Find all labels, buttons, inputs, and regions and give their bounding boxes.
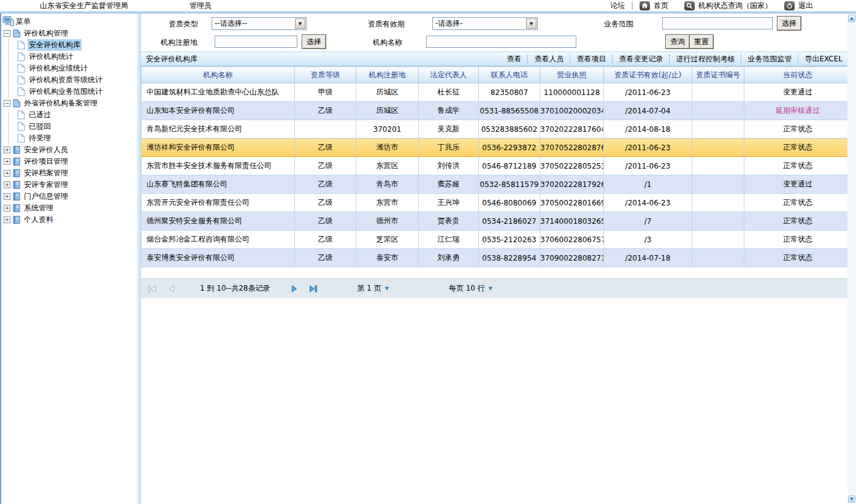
table-cell: 青岛市 xyxy=(356,175,419,194)
table-row[interactable]: 泰安博奥安全评价有限公司乙级泰安市刘承勇0538-822895437090022… xyxy=(142,249,852,267)
tree-node[interactable]: +安评专家管理 xyxy=(2,179,136,191)
toolbar-button[interactable]: 导出EXCEL xyxy=(798,54,849,64)
power-icon[interactable] xyxy=(784,1,795,10)
first-page-icon[interactable] xyxy=(146,285,158,292)
tree-node[interactable]: +安全评价人员 xyxy=(2,144,136,156)
tree-leaf-label[interactable]: 评价机构业务范围统计 xyxy=(28,86,104,97)
tree-leaf-label[interactable]: 已驳回 xyxy=(28,121,52,132)
search-icon[interactable] xyxy=(684,1,695,10)
forum-link[interactable]: 论坛 xyxy=(610,1,625,11)
page-size-select[interactable]: 每页 10 行 ▼ xyxy=(449,283,492,294)
tree-leaf[interactable]: 评价机构业务范围统计 xyxy=(17,86,136,97)
tree-node-label[interactable]: 门户信息管理 xyxy=(23,191,69,202)
org-name-input[interactable] xyxy=(426,36,576,48)
toolbar-button[interactable]: 查看人员 xyxy=(527,54,570,64)
table-row[interactable]: 烟台金邦冶金工程咨询有限公司乙级芝罘区江仁瑞0535-2120263370600… xyxy=(142,231,852,249)
qual-validity-select[interactable]: -请选择- ▼ xyxy=(432,17,538,30)
tree-node[interactable]: +系统管理 xyxy=(2,202,136,214)
table-row[interactable]: 青岛新纪元安全技术有限公司370201吴克新053283885602370202… xyxy=(142,120,852,139)
tree-node[interactable]: +个人资料 xyxy=(2,214,136,226)
column-header[interactable]: 当前状态 xyxy=(744,67,852,83)
tree-node-label[interactable]: 评价项目管理 xyxy=(23,156,69,167)
table-row[interactable]: 山东知本安全评价有限公司乙级历城区鲁成学0531-885655083701002… xyxy=(142,102,852,120)
tree-expander-icon[interactable]: + xyxy=(4,193,10,200)
toolbar-button[interactable]: 查看 xyxy=(500,54,527,64)
tree-expander-icon[interactable]: + xyxy=(4,147,10,153)
chevron-down-icon[interactable]: ▼ xyxy=(526,18,537,29)
tree-leaf-label[interactable]: 评价机构统计 xyxy=(28,51,74,63)
tree-node[interactable]: −外省评价机构备案管理 xyxy=(2,97,136,109)
toolbar-button[interactable]: 查看项目 xyxy=(570,54,612,64)
chevron-down-icon[interactable]: ▼ xyxy=(295,18,305,29)
tree-node[interactable]: +安评档案管理 xyxy=(2,167,136,179)
column-header[interactable]: 机构注册地 xyxy=(356,67,419,83)
tree-leaf-label[interactable]: 评价机构资质等级统计 xyxy=(28,74,104,86)
toolbar-button[interactable]: 查看变更记录 xyxy=(612,54,669,64)
panel-splitter[interactable] xyxy=(136,13,141,504)
tree-leaf[interactable]: 评价机构资质等级统计 xyxy=(17,74,136,86)
column-header[interactable]: 机构名称 xyxy=(142,67,295,83)
column-header[interactable]: 资质证书编号 xyxy=(692,67,744,83)
tree-node[interactable]: −评价机构管理 xyxy=(2,28,136,39)
tree-leaf-label[interactable]: 评价机构业绩统计 xyxy=(28,63,89,74)
biz-scope-input[interactable] xyxy=(662,17,773,29)
reg-addr-input[interactable] xyxy=(215,36,297,48)
column-header[interactable]: 法定代表人 xyxy=(419,67,479,83)
table-row[interactable]: 中国建筑材料工业地质勘查中心山东总队甲级历城区杜长征82350807110000… xyxy=(142,83,852,102)
tree-leaf[interactable]: 评价机构统计 xyxy=(17,51,136,63)
tree-node-label[interactable]: 安评专家管理 xyxy=(23,179,69,191)
tree-node-label[interactable]: 系统管理 xyxy=(23,202,55,214)
last-page-icon[interactable] xyxy=(307,285,319,292)
tree-expander-icon[interactable]: + xyxy=(4,170,10,177)
scroll-down-icon[interactable] xyxy=(848,495,855,503)
tree-expander-icon[interactable]: + xyxy=(4,205,10,212)
tree-leaf-label[interactable]: 已通过 xyxy=(28,109,52,121)
toolbar-button[interactable]: 进行过程控制考核 xyxy=(669,54,741,64)
tree-leaf[interactable]: 评价机构业绩统计 xyxy=(17,63,136,74)
tree-node-label[interactable]: 安评档案管理 xyxy=(23,167,69,179)
table-row[interactable]: 山东赛飞特集团有限公司乙级青岛市窦苏娅0532-8581157937020222… xyxy=(142,175,852,194)
tree-expander-icon[interactable]: + xyxy=(4,181,10,188)
tree-node-label[interactable]: 安全评价人员 xyxy=(23,144,69,156)
reg-addr-select-button[interactable]: 选择 xyxy=(302,34,326,49)
table-cell: 江仁瑞 xyxy=(419,231,479,249)
tree-node-label[interactable]: 评价机构管理 xyxy=(23,28,69,39)
status-query-link[interactable]: 机构状态查询（国家） xyxy=(698,1,772,11)
tree-leaf-label[interactable]: 待受理 xyxy=(28,132,52,144)
scroll-up-icon[interactable] xyxy=(848,15,855,22)
prev-page-icon[interactable] xyxy=(166,285,178,292)
tree-leaf[interactable]: 安全评价机构库 xyxy=(17,39,136,51)
home-icon[interactable] xyxy=(640,1,650,10)
page-number-select[interactable]: 第 1 页 ▼ xyxy=(357,283,388,294)
tree-leaf[interactable]: 待受理 xyxy=(17,132,136,144)
tree-node-label[interactable]: 外省评价机构备案管理 xyxy=(23,97,99,109)
vertical-scrollbar[interactable] xyxy=(847,13,856,504)
qual-type-select[interactable]: --请选择-- ▼ xyxy=(212,17,307,30)
table-row[interactable]: 东营开元安全评价有限责任公司乙级东营市王兴坤0546-8080069370500… xyxy=(142,194,852,212)
tree-leaf-label[interactable]: 安全评价机构库 xyxy=(28,39,82,51)
tree-expander-icon[interactable]: + xyxy=(4,216,10,223)
tree-expander-icon[interactable]: + xyxy=(4,158,10,165)
tree-node[interactable]: +门户信息管理 xyxy=(2,191,136,202)
table-row[interactable]: 潍坊祥和安全评价有限公司乙级潍坊市丁兆乐0536-229387237070522… xyxy=(142,139,852,157)
column-header[interactable]: 联系人电话 xyxy=(479,67,540,83)
tree-node-label[interactable]: 个人资料 xyxy=(23,214,55,226)
table-row[interactable]: 东营市胜丰安全技术服务有限责任公司乙级东营区刘传洪0546-8712189370… xyxy=(142,157,852,175)
reset-button[interactable]: 重置 xyxy=(689,34,714,49)
table-row[interactable]: 德州聚安特安全服务有限公司乙级德州市贾表贵0534-21860273714000… xyxy=(142,212,852,231)
column-header[interactable]: 营业执照 xyxy=(540,67,604,83)
logout-link[interactable]: 退出 xyxy=(798,1,813,11)
home-link[interactable]: 首页 xyxy=(654,1,668,11)
column-header[interactable]: 资质等级 xyxy=(295,67,356,83)
biz-scope-select-button[interactable]: 选择 xyxy=(777,16,801,31)
tree-leaf[interactable]: 已通过 xyxy=(17,109,136,121)
tree-expander-icon[interactable]: − xyxy=(4,100,10,107)
tree-expander-icon[interactable]: − xyxy=(4,30,10,37)
tree-leaf[interactable]: 已驳回 xyxy=(17,121,136,132)
toolbar-button[interactable]: 业务范围监管 xyxy=(741,54,798,64)
tree-node[interactable]: +评价项目管理 xyxy=(2,156,136,167)
folder-open-icon xyxy=(12,29,21,38)
query-button[interactable]: 查询 xyxy=(665,34,690,49)
column-header[interactable]: 资质证书有效(起/止) xyxy=(604,67,692,83)
next-page-icon[interactable] xyxy=(288,285,300,292)
